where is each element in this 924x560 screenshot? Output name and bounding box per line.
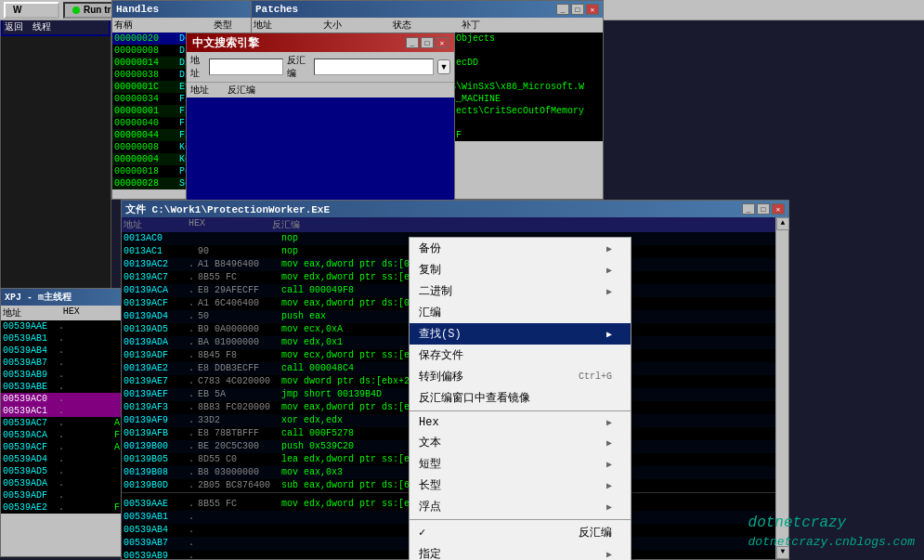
main-title: 文件 C:\Work1\ProtectionWorker.ExE <box>125 202 330 216</box>
menu-long-label: 长型 <box>419 477 441 493</box>
menu-short-label: 短型 <box>419 456 441 472</box>
main-titlebar[interactable]: 文件 C:\Work1\ProtectionWorker.ExE _ □ ✕ <box>122 201 788 217</box>
context-menu: 备份 ▶ 复制 ▶ 二进制 ▶ 汇编 查找(S) ▶ 保存文件 转到偏移 Ctr… <box>409 237 631 560</box>
patches-titlebar[interactable]: Patches _ □ ✕ <box>252 1 603 18</box>
menu-item-hex[interactable]: Hex ▶ <box>410 413 631 432</box>
handle-addr: 00000038 <box>114 69 179 81</box>
xpj-col-addr: 地址 <box>3 306 63 319</box>
cn-search-toolbar: 地址 反汇编 ▼ <box>187 52 454 83</box>
menu-item-long[interactable]: 长型 ▶ <box>410 475 631 496</box>
run-trace-content: 返回 线程 <box>1 18 111 36</box>
cn-col-disasm: 反汇编 <box>228 84 450 97</box>
patches-col-addr: 地址 <box>254 19 323 32</box>
handle-addr: 00000044 <box>114 129 179 141</box>
task-w-button[interactable]: W <box>4 2 59 19</box>
handle-addr: 00000008 <box>114 141 179 153</box>
menu-text-label: 文本 <box>419 435 441 450</box>
arrow-icon: ▶ <box>606 417 612 428</box>
menu-check-icon: ✓ <box>419 526 432 540</box>
handles-title: Handles <box>116 4 159 15</box>
cn-addr-label: 地址 <box>190 54 205 80</box>
menu-item-disasm[interactable]: ✓ 反汇编 <box>410 522 631 543</box>
menu-hex-label: Hex <box>419 416 439 429</box>
disasm-header: 地址 HEX 反汇编 <box>122 217 775 232</box>
arrow-icon: ▶ <box>606 243 612 254</box>
patches-minimize[interactable]: _ <box>556 4 569 15</box>
menu-goto-offset-label: 转到偏移 <box>419 369 463 384</box>
arrow-icon: ▶ <box>606 286 612 297</box>
disasm-col-hex: HEX <box>189 218 272 231</box>
menu-item-backup[interactable]: 备份 ▶ <box>410 238 631 259</box>
handle-addr: 00000018 <box>114 165 179 177</box>
cn-search-close[interactable]: ✕ <box>436 37 449 48</box>
handle-addr: 0000001C <box>114 81 179 93</box>
xpj-col-hex: HEX <box>63 306 124 319</box>
menu-item-float[interactable]: 浮点 ▶ <box>410 496 631 517</box>
disasm-col-addr: 地址 <box>124 218 189 231</box>
patches-col-status: 状态 <box>393 19 462 32</box>
cn-search-minimize[interactable]: _ <box>406 37 419 48</box>
main-maximize[interactable]: □ <box>757 203 770 215</box>
scroll-up[interactable]: ▲ <box>776 217 789 230</box>
handle-addr: 00000014 <box>114 57 179 69</box>
cn-search-titlebar[interactable]: 中文搜索引擎 _ □ ✕ <box>187 33 454 52</box>
disasm-col-instr: 反汇编 <box>272 218 774 231</box>
cn-search-title: 中文搜索引擎 <box>192 35 259 51</box>
menu-save-file-label: 保存文件 <box>419 347 463 363</box>
menu-item-specify[interactable]: 指定 ▶ <box>410 543 631 560</box>
menu-copy-label: 复制 <box>419 262 441 278</box>
handle-addr: 00000040 <box>114 117 179 129</box>
separator <box>410 519 631 520</box>
main-minimize[interactable]: _ <box>742 203 755 215</box>
handle-addr: 00000001 <box>114 105 179 117</box>
cn-disasm-label: 反汇编 <box>287 54 310 80</box>
menu-item-goto-offset[interactable]: 转到偏移 Ctrl+G <box>410 366 631 387</box>
arrow-icon: ▶ <box>606 437 612 449</box>
cn-search-window: 中文搜索引擎 _ □ ✕ 地址 反汇编 ▼ 地址 反汇编 <box>186 33 455 200</box>
patches-title: Patches <box>255 4 298 15</box>
menu-item-search[interactable]: 查找(S) ▶ <box>410 323 631 345</box>
patches-col-header: 地址 大小 状态 补丁 <box>252 18 603 33</box>
menu-item-view-image[interactable]: 反汇编窗口中查看镜像 <box>410 387 631 409</box>
cn-search-button[interactable]: ▼ <box>437 59 450 74</box>
main-scrollbar[interactable]: ▲ ▼ <box>775 217 788 559</box>
patches-col-size: 大小 <box>323 19 393 32</box>
run-trace-indicator <box>72 7 80 14</box>
patches-col-patch: 补丁 <box>462 19 601 32</box>
menu-assemble-label: 汇编 <box>419 305 441 320</box>
main-close[interactable]: ✕ <box>772 203 785 215</box>
patches-maximize[interactable]: □ <box>571 4 584 15</box>
menu-item-short[interactable]: 短型 ▶ <box>410 453 631 475</box>
watermark-line2: dotnetcrazy.cnblogs.com <box>748 534 915 551</box>
menu-disasm-label: 反汇编 <box>579 525 612 540</box>
menu-specify-label: 指定 <box>419 546 441 560</box>
separator <box>410 410 631 411</box>
run-trace-col1: 返回 <box>5 20 23 33</box>
cn-search-controls: _ □ ✕ <box>406 37 449 48</box>
arrow-icon: ▶ <box>606 549 612 560</box>
cn-search-data <box>187 98 454 209</box>
menu-float-label: 浮点 <box>419 499 441 514</box>
shortcut-ctrl-g: Ctrl+G <box>579 371 612 382</box>
menu-item-binary[interactable]: 二进制 ▶ <box>410 280 631 302</box>
handle-addr: 00000034 <box>114 93 179 105</box>
xpj-title: XPJ - m主线程 <box>5 291 72 304</box>
arrow-icon: ▶ <box>606 265 612 276</box>
cn-addr-input[interactable] <box>209 59 283 75</box>
menu-item-assemble[interactable]: 汇编 <box>410 302 631 323</box>
watermark-line1: dotnetcrazy <box>748 513 915 533</box>
run-trace-header: 返回 线程 <box>3 20 109 34</box>
run-trace-col2: 线程 <box>33 20 51 33</box>
arrow-icon: ▶ <box>606 459 612 470</box>
patches-controls: _ □ ✕ <box>556 4 599 15</box>
cn-disasm-input[interactable] <box>314 59 434 75</box>
handle-addr: 00000020 <box>114 33 179 45</box>
patches-close[interactable]: ✕ <box>586 4 599 15</box>
cn-search-cols: 地址 反汇编 <box>187 83 454 98</box>
menu-item-save-file[interactable]: 保存文件 <box>410 345 631 366</box>
menu-item-text[interactable]: 文本 ▶ <box>410 432 631 453</box>
cn-search-maximize[interactable]: □ <box>421 37 434 48</box>
arrow-icon: ▶ <box>606 501 612 513</box>
handle-addr: 00000008 <box>114 45 179 57</box>
menu-item-copy[interactable]: 复制 ▶ <box>410 259 631 280</box>
